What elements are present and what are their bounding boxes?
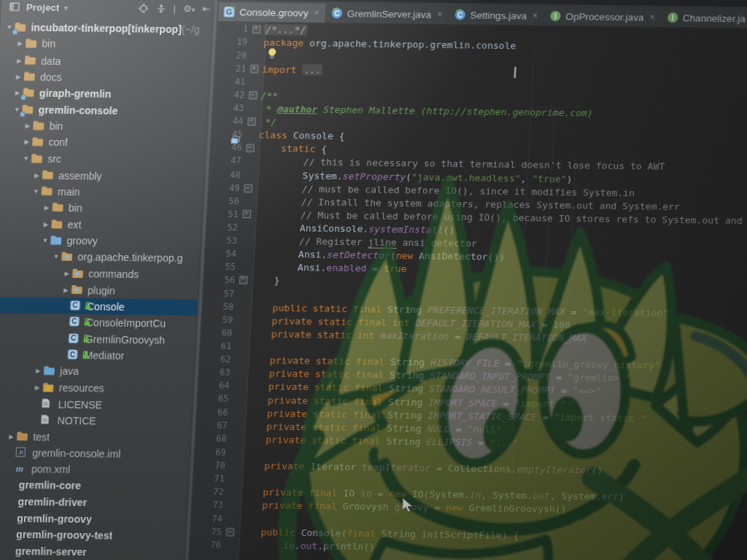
- tree-item-label: test: [33, 431, 50, 443]
- tree-expanded-icon[interactable]: ▼: [31, 187, 42, 195]
- fold-end-icon[interactable]: ⌃: [235, 276, 252, 284]
- tree-collapsed-icon[interactable]: ▶: [15, 56, 25, 63]
- folder-icon: [41, 185, 55, 197]
- tree-collapsed-icon[interactable]: ▶: [32, 171, 42, 179]
- folder-src-icon: [50, 235, 63, 246]
- fold-minus-icon[interactable]: −: [239, 183, 256, 192]
- tab-Channelizer.ja[interactable]: IChannelizer.ja: [661, 8, 747, 28]
- line-number: 76: [190, 539, 221, 550]
- tab-label: Settings.java: [470, 9, 527, 21]
- none-icon: [0, 528, 13, 540]
- tree-item-gremlin-driver[interactable]: gremlin-driver: [0, 493, 193, 512]
- tree-expanded-icon[interactable]: ▼: [21, 155, 31, 162]
- tree-item-gremlin-groovy-test[interactable]: gremlin-groovy-test: [0, 526, 191, 545]
- tab-close-icon[interactable]: ×: [314, 8, 320, 18]
- tree-item-module-suffix: [tinkerpop]: [128, 23, 182, 36]
- tree-item-label: src: [47, 153, 62, 165]
- java-interface-icon: I: [666, 12, 678, 23]
- tree-collapsed-icon[interactable]: ▶: [22, 139, 32, 146]
- line-number: 63: [199, 368, 231, 378]
- tree-item-label: incubator-tinkerpop: [31, 22, 128, 35]
- line-number: 71: [193, 473, 225, 484]
- tab-Console.groovy[interactable]: GConsole.groovy×: [217, 2, 325, 23]
- locate-file-icon[interactable]: [138, 4, 149, 14]
- line-number: 68: [196, 433, 227, 444]
- tab-OpProcessor.java[interactable]: IOpProcessor.java×: [544, 7, 662, 27]
- tree-item-label: gremlin-console: [38, 104, 118, 117]
- folder-icon: [50, 218, 64, 230]
- groovy-file-icon: G: [223, 6, 236, 18]
- tree-item-gremlin-groovy[interactable]: gremlin-groovy: [0, 509, 192, 528]
- folder-module-icon: [14, 22, 28, 34]
- svg-text:C: C: [457, 11, 462, 19]
- svg-text:C: C: [72, 301, 78, 309]
- tree-item-gremlin-server[interactable]: gremlin-server: [0, 542, 190, 560]
- tree-item-label: ext: [67, 219, 82, 230]
- tree-collapsed-icon[interactable]: ▶: [42, 204, 53, 211]
- tree-item-label: LICENSE: [58, 398, 102, 411]
- tree-collapsed-icon[interactable]: ▶: [33, 384, 43, 391]
- tree-collapsed-icon[interactable]: ▶: [7, 432, 17, 440]
- tab-GremlinServer.java[interactable]: CGremlinServer.java×: [325, 4, 449, 24]
- tree-item-label: gremlin-core: [18, 480, 81, 492]
- fold-end-icon[interactable]: ⌃: [243, 117, 260, 125]
- tree-item-pom.xml[interactable]: mpom.xml: [0, 460, 195, 479]
- svg-text:C: C: [71, 334, 77, 342]
- tree-item-label: docs: [40, 71, 63, 82]
- line-number: 58: [203, 301, 234, 312]
- mouse-cursor: [402, 497, 414, 513]
- ide-scene: 1+/*...*/19package org.apache.tinkerpop.…: [0, 0, 747, 560]
- fold-plus-icon[interactable]: +: [246, 64, 263, 73]
- tree-item-label: Mediator: [84, 349, 125, 362]
- folder-icon: [32, 120, 46, 131]
- tab-close-icon[interactable]: ×: [437, 9, 443, 20]
- line-number: 44: [212, 116, 244, 127]
- code-text: /**: [260, 90, 278, 101]
- tree-item-label: gremlin-groovy-test: [16, 529, 113, 542]
- line-number: 72: [193, 486, 224, 497]
- svg-text:m: m: [15, 463, 23, 473]
- tree-item-label: conf: [48, 136, 68, 148]
- tree-expanded-icon[interactable]: ▼: [51, 253, 61, 260]
- tab-close-icon[interactable]: ×: [533, 11, 538, 21]
- none-icon: [0, 545, 12, 556]
- tree-expanded-icon[interactable]: ▼: [40, 237, 50, 244]
- code-text: /*...*/: [264, 23, 308, 35]
- tab-Settings.java[interactable]: CSettings.java×: [449, 5, 544, 26]
- folder-res-icon: [42, 381, 55, 393]
- collapse-all-icon[interactable]: [155, 4, 166, 14]
- fold-minus-icon[interactable]: −: [241, 144, 258, 152]
- chevron-down-icon[interactable]: ▾: [63, 4, 68, 12]
- hide-panel-icon[interactable]: ⇤: [202, 0, 211, 19]
- line-number: 66: [197, 407, 228, 418]
- tree-item-gremlin-core[interactable]: gremlin-core: [0, 477, 194, 496]
- none-icon: [1, 479, 15, 491]
- tree-item-label: gremlin-driver: [18, 496, 87, 508]
- iml-icon: JI: [15, 447, 29, 459]
- class-marker-icon[interactable]: [231, 136, 241, 145]
- svg-text:C: C: [334, 9, 340, 18]
- tab-close-icon[interactable]: ×: [649, 12, 655, 23]
- tree-item-path-suffix: (~/g: [181, 24, 199, 36]
- tree-collapsed-icon[interactable]: ▶: [62, 270, 72, 277]
- fold-end-icon[interactable]: ⌃: [239, 210, 255, 218]
- tree-collapsed-icon[interactable]: ▶: [34, 368, 44, 375]
- fold-minus-icon[interactable]: −: [222, 527, 239, 536]
- folder-src-icon: [43, 365, 57, 377]
- fold-minus-icon[interactable]: −: [244, 90, 261, 99]
- settings-gear-icon[interactable]: ⚙▾: [182, 0, 196, 19]
- line-number: 61: [201, 341, 232, 351]
- tree-item-label: ConsoleImportCu: [85, 317, 166, 330]
- tree-item-label: data: [41, 55, 61, 66]
- lightbulb-intention-icon[interactable]: [267, 47, 277, 59]
- none-icon: [1, 496, 15, 508]
- tree-collapsed-icon[interactable]: ▶: [23, 122, 33, 129]
- tree-collapsed-icon[interactable]: ▶: [61, 286, 71, 293]
- tree-collapsed-icon[interactable]: ▶: [41, 220, 51, 228]
- line-number: 64: [198, 381, 230, 392]
- tree-collapsed-icon[interactable]: ▶: [14, 73, 24, 80]
- tree-collapsed-icon[interactable]: ▶: [15, 40, 26, 47]
- tree-item-label: plugin: [88, 284, 115, 297]
- fold-plus-icon[interactable]: +: [248, 25, 265, 34]
- folder-icon: [31, 152, 44, 164]
